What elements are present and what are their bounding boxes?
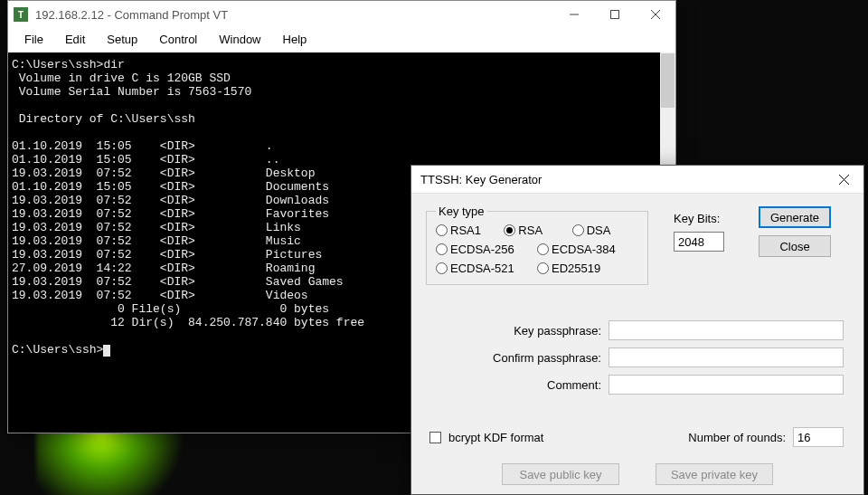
dialog-titlebar[interactable]: TTSSH: Key Generator xyxy=(411,166,863,194)
generate-button[interactable]: Generate xyxy=(759,206,831,228)
close-button[interactable]: Close xyxy=(759,235,831,257)
dialog-title: TTSSH: Key Generator xyxy=(420,173,824,186)
passphrase-form: Key passphrase: Confirm passphrase: Comm… xyxy=(426,320,844,402)
close-icon xyxy=(651,10,660,19)
save-public-key-button[interactable]: Save public key xyxy=(502,463,619,485)
menu-control[interactable]: Control xyxy=(150,31,206,48)
radio-ecdsa384[interactable]: ECDSA-384 xyxy=(537,243,638,256)
minimize-button[interactable] xyxy=(553,1,594,28)
radio-icon xyxy=(537,262,549,274)
save-private-key-button[interactable]: Save private key xyxy=(656,463,773,485)
radio-ecdsa521[interactable]: ECDSA-521 xyxy=(436,262,537,275)
bcrypt-checkbox[interactable] xyxy=(429,432,441,443)
passphrase-input[interactable] xyxy=(609,320,844,340)
keybits-input[interactable] xyxy=(674,232,724,252)
menu-help[interactable]: Help xyxy=(274,31,316,48)
terminal-output: C:\Users\ssh>dir Volume in drive C is 12… xyxy=(12,58,364,357)
radio-icon xyxy=(537,243,549,255)
key-type-group: Key type RSA1 RSA DSA ECDSA-256 ECDSA-38… xyxy=(426,205,648,285)
radio-ecdsa256[interactable]: ECDSA-256 xyxy=(436,243,537,256)
rounds-label: Number of rounds: xyxy=(688,431,786,444)
bcrypt-label: bcrypt KDF format xyxy=(448,431,543,444)
terminal-menubar: File Edit Setup Control Window Help xyxy=(8,28,675,52)
close-button[interactable] xyxy=(635,1,675,28)
maximize-icon xyxy=(610,10,619,19)
key-type-legend: Key type xyxy=(436,205,487,218)
radio-dsa[interactable]: DSA xyxy=(572,224,638,237)
app-icon: T xyxy=(14,7,28,22)
radio-icon xyxy=(436,224,448,236)
menu-window[interactable]: Window xyxy=(210,31,269,48)
minimize-icon xyxy=(570,10,579,19)
confirm-passphrase-label: Confirm passphrase: xyxy=(493,351,601,365)
radio-icon xyxy=(504,224,515,236)
menu-edit[interactable]: Edit xyxy=(56,31,94,48)
radio-icon xyxy=(436,262,448,274)
radio-icon xyxy=(572,224,584,236)
svg-rect-1 xyxy=(610,11,618,19)
terminal-title: 192.168.2.12 - Command Prompt VT xyxy=(35,8,553,22)
radio-rsa1[interactable]: RSA1 xyxy=(436,224,502,237)
radio-ed25519[interactable]: ED25519 xyxy=(537,262,638,275)
close-icon xyxy=(839,175,849,185)
comment-input[interactable] xyxy=(609,375,844,395)
radio-rsa[interactable]: RSA xyxy=(504,224,570,237)
menu-setup[interactable]: Setup xyxy=(98,31,146,48)
dialog-close-button[interactable] xyxy=(824,166,863,194)
confirm-passphrase-input[interactable] xyxy=(609,347,844,367)
save-buttons-row: Save public key Save private key xyxy=(411,463,863,485)
kdf-row: bcrypt KDF format Number of rounds: xyxy=(429,427,844,447)
menu-file[interactable]: File xyxy=(15,31,52,48)
maximize-button[interactable] xyxy=(594,1,635,28)
dialog-body: Key type RSA1 RSA DSA ECDSA-256 ECDSA-38… xyxy=(411,194,863,494)
radio-icon xyxy=(436,243,448,255)
scrollbar-thumb[interactable] xyxy=(661,53,675,108)
terminal-titlebar[interactable]: T 192.168.2.12 - Command Prompt VT xyxy=(8,1,675,28)
terminal-cursor xyxy=(103,345,110,357)
keybits-label: Key Bits: xyxy=(674,212,720,225)
key-generator-dialog: TTSSH: Key Generator Key type RSA1 RSA D… xyxy=(410,165,864,495)
comment-label: Comment: xyxy=(547,378,601,392)
passphrase-label: Key passphrase: xyxy=(514,324,601,338)
rounds-input[interactable] xyxy=(793,427,844,447)
